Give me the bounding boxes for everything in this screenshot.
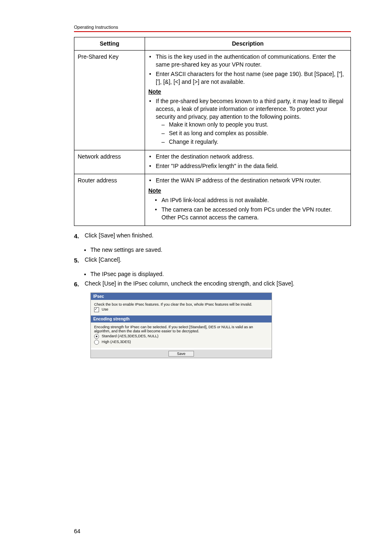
standard-radio[interactable] [94, 334, 99, 339]
table-row: Router address Enter the WAN IP address … [74, 174, 351, 226]
step-number: 4. [74, 232, 85, 240]
encoding-instruction: Encoding strength for IPsec can be selec… [94, 325, 268, 333]
table-row: Network address Enter the destination ne… [74, 150, 351, 174]
list-item: Enter the WAN IP address of the destinat… [148, 177, 347, 184]
col-header-setting: Setting [74, 37, 145, 51]
list-item: An IPv6 link-local address is not availa… [154, 196, 347, 204]
step-text: Check [Use] in the IPsec column, uncheck… [85, 280, 351, 288]
page-header-label: Operating Instructions [74, 25, 351, 30]
use-checkbox[interactable] [94, 307, 99, 312]
step-number: 5. [74, 256, 85, 265]
cell-setting: Network address [74, 150, 145, 174]
steps-list: 4. Click [Save] when finished. The new s… [74, 232, 351, 288]
step-text: Click [Save] when finished. [85, 232, 351, 240]
list-item: Make it known only to people you trust. [156, 121, 347, 129]
cell-description: This is the key used in the authenticati… [145, 50, 351, 150]
header-divider [74, 31, 351, 32]
cell-description: Enter the WAN IP address of the destinat… [145, 174, 351, 226]
encoding-panel-header: Encoding strength [91, 315, 272, 322]
col-header-description: Description [145, 37, 351, 51]
note-heading: Note [148, 88, 347, 96]
list-item: This is the key used in the authenticati… [148, 53, 347, 69]
list-item: Enter the destination network address. [148, 153, 347, 161]
page-number: 64 [74, 528, 81, 534]
list-item: Change it regularly. [156, 138, 347, 146]
embedded-screenshot: IPsec Check the box to enable IPsec feat… [90, 292, 272, 358]
list-item: Enter ASCII characters for the host name… [148, 70, 347, 86]
note-heading: Note [148, 187, 347, 195]
table-row: Pre-Shared Key This is the key used in t… [74, 50, 351, 150]
use-checkbox-label: Use [102, 307, 108, 311]
high-radio[interactable] [94, 340, 99, 345]
step-text: Click [Cancel]. [85, 256, 351, 265]
list-item: Set it as long and complex as possible. [156, 129, 347, 137]
list-item: Enter "IP address/Prefix length" in the … [148, 162, 347, 170]
settings-table: Setting Description Pre-Shared Key This … [74, 37, 351, 226]
list-item: If the pre-shared key becomes known to a… [148, 97, 347, 145]
ipsec-panel-header: IPsec [91, 293, 272, 300]
standard-radio-label: Standard (AES,3DES,DES, NULL) [102, 334, 159, 338]
cell-description: Enter the destination network address. E… [145, 150, 351, 174]
step-number: 6. [74, 280, 85, 288]
high-radio-label: High (AES,3DES) [102, 340, 131, 344]
list-item: The camera can be accessed only from PCs… [154, 206, 347, 221]
save-button[interactable]: Save [168, 351, 194, 357]
note-text: If the pre-shared key becomes known to a… [156, 98, 344, 120]
ipsec-instruction: Check the box to enable IPsec features. … [94, 302, 268, 306]
step-sub-item: The IPsec page is displayed. [90, 270, 164, 279]
cell-setting: Router address [74, 174, 145, 226]
step-sub-item: The new settings are saved. [90, 246, 162, 254]
cell-setting: Pre-Shared Key [74, 50, 145, 150]
